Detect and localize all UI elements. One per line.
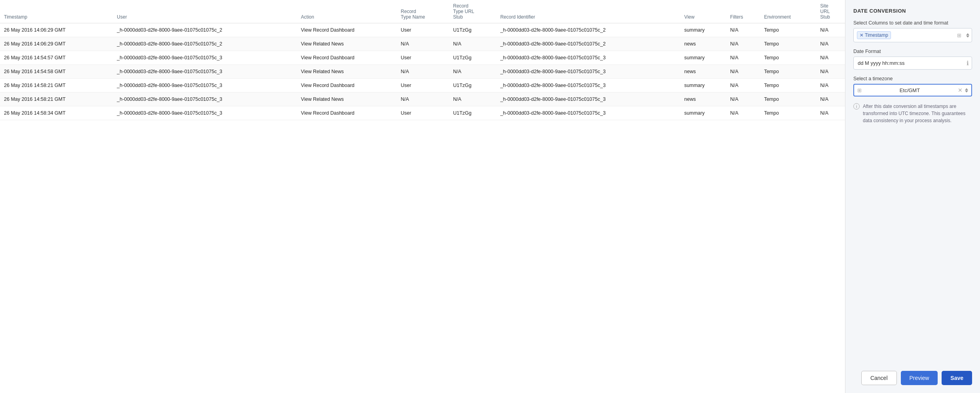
- expand-icon[interactable]: [966, 33, 969, 38]
- table-cell: View Record Dashboard: [297, 106, 397, 120]
- table-cell: _h-0000dd03-d2fe-8000-9aee-01075c01075c_…: [113, 23, 297, 37]
- table-cell: _h-0000dd03-d2fe-8000-9aee-01075c01075c_…: [496, 93, 680, 106]
- table-cell: news: [680, 93, 726, 106]
- table-cell: _h-0000dd03-d2fe-8000-9aee-01075c01075c_…: [113, 106, 297, 120]
- table-cell: summary: [680, 51, 726, 65]
- column-selector-section: Select Columns to set date and time form…: [853, 20, 972, 42]
- table-cell: N/A: [726, 79, 760, 93]
- table-cell: 26 May 2016 14:54:57 GMT: [0, 51, 113, 65]
- table-cell: N/A: [816, 93, 845, 106]
- table-cell: Tempo: [760, 79, 816, 93]
- table-cell: news: [680, 37, 726, 51]
- col-header-view: View: [680, 0, 726, 23]
- col-header-record-type-url-stub: RecordType URLStub: [449, 0, 496, 23]
- table-row: 26 May 2016 14:54:57 GMT_h-0000dd03-d2fe…: [0, 51, 845, 65]
- table-cell: N/A: [816, 37, 845, 51]
- table-cell: N/A: [726, 65, 760, 79]
- table-cell: N/A: [816, 79, 845, 93]
- table-cell: U1TzGg: [449, 106, 496, 120]
- table-cell: _h-0000dd03-d2fe-8000-9aee-01075c01075c_…: [496, 106, 680, 120]
- table-cell: User: [397, 23, 449, 37]
- table-cell: User: [397, 106, 449, 120]
- table-cell: N/A: [449, 93, 496, 106]
- column-selector[interactable]: ✕ Timestamp ⊞: [853, 28, 972, 42]
- table-cell: U1TzGg: [449, 79, 496, 93]
- table-cell: N/A: [726, 23, 760, 37]
- col-header-action: Action: [297, 0, 397, 23]
- table-cell: summary: [680, 79, 726, 93]
- col-header-timestamp: Timestamp: [0, 0, 113, 23]
- table-cell: 26 May 2016 14:58:34 GMT: [0, 106, 113, 120]
- table-cell: View Related News: [297, 93, 397, 106]
- table-row: 26 May 2016 14:58:34 GMT_h-0000dd03-d2fe…: [0, 106, 845, 120]
- table-cell: 26 May 2016 14:06:29 GMT: [0, 37, 113, 51]
- table-cell: N/A: [397, 65, 449, 79]
- table-cell: Tempo: [760, 23, 816, 37]
- table-cell: User: [397, 79, 449, 93]
- table-cell: N/A: [397, 37, 449, 51]
- info-note: i After this date conversion all timesta…: [853, 103, 972, 124]
- cancel-button[interactable]: Cancel: [861, 371, 897, 385]
- table-cell: N/A: [726, 93, 760, 106]
- table-cell: N/A: [726, 51, 760, 65]
- date-format-section: Date Format ℹ: [853, 49, 972, 70]
- table-cell: N/A: [726, 37, 760, 51]
- table-cell: 26 May 2016 14:54:58 GMT: [0, 65, 113, 79]
- timezone-grid-icon: ⊞: [857, 87, 862, 93]
- table-row: 26 May 2016 14:06:29 GMT_h-0000dd03-d2fe…: [0, 37, 845, 51]
- table-cell: N/A: [726, 106, 760, 120]
- col-header-environment: Environment: [760, 0, 816, 23]
- table-cell: _h-0000dd03-d2fe-8000-9aee-01075c01075c_…: [496, 65, 680, 79]
- table-cell: Tempo: [760, 106, 816, 120]
- table-cell: View Record Dashboard: [297, 23, 397, 37]
- table-cell: _h-0000dd03-d2fe-8000-9aee-01075c01075c_…: [113, 51, 297, 65]
- date-format-field: ℹ: [853, 57, 972, 70]
- date-format-label: Date Format: [853, 49, 972, 54]
- table-cell: 26 May 2016 14:58:21 GMT: [0, 79, 113, 93]
- table-cell: N/A: [816, 23, 845, 37]
- select-columns-label: Select Columns to set date and time form…: [853, 20, 972, 26]
- table-cell: View Record Dashboard: [297, 79, 397, 93]
- table-header-row: Timestamp User Action RecordType Name Re…: [0, 0, 845, 23]
- table-cell: _h-0000dd03-d2fe-8000-9aee-01075c01075c_…: [113, 65, 297, 79]
- date-format-input[interactable]: [853, 57, 972, 70]
- tag-close-icon[interactable]: ✕: [860, 33, 863, 38]
- table-cell: news: [680, 65, 726, 79]
- selected-column-value: Timestamp: [865, 32, 888, 38]
- date-conversion-panel: DATE CONVERSION Select Columns to set da…: [845, 0, 980, 393]
- table-cell: 26 May 2016 14:06:29 GMT: [0, 23, 113, 37]
- table-row: 26 May 2016 14:54:58 GMT_h-0000dd03-d2fe…: [0, 65, 845, 79]
- data-table: Timestamp User Action RecordType Name Re…: [0, 0, 845, 120]
- table-cell: Tempo: [760, 93, 816, 106]
- table-cell: User: [397, 51, 449, 65]
- panel-title: DATE CONVERSION: [853, 8, 972, 14]
- table-cell: N/A: [397, 93, 449, 106]
- preview-button[interactable]: Preview: [901, 371, 938, 385]
- info-note-text: After this date conversion all timestamp…: [863, 103, 972, 124]
- table-row: 26 May 2016 14:58:21 GMT_h-0000dd03-d2fe…: [0, 79, 845, 93]
- timezone-close-icon[interactable]: ✕: [958, 87, 963, 93]
- table-cell: 26 May 2016 14:58:21 GMT: [0, 93, 113, 106]
- timezone-label: Select a timezone: [853, 76, 972, 81]
- save-button[interactable]: Save: [942, 371, 972, 385]
- table-cell: View Record Dashboard: [297, 51, 397, 65]
- data-table-area[interactable]: Timestamp User Action RecordType Name Re…: [0, 0, 845, 393]
- info-icon[interactable]: ℹ: [967, 60, 969, 67]
- table-cell: _h-0000dd03-d2fe-8000-9aee-01075c01075c_…: [496, 79, 680, 93]
- col-header-record-identifier: Record Identifier: [496, 0, 680, 23]
- timezone-section: Select a timezone ⊞ Etc/GMT ✕: [853, 76, 972, 96]
- col-header-user: User: [113, 0, 297, 23]
- table-cell: summary: [680, 106, 726, 120]
- table-cell: _h-0000dd03-d2fe-8000-9aee-01075c01075c_…: [113, 37, 297, 51]
- table-cell: N/A: [449, 37, 496, 51]
- table-cell: _h-0000dd03-d2fe-8000-9aee-01075c01075c_…: [496, 37, 680, 51]
- table-row: 26 May 2016 14:06:29 GMT_h-0000dd03-d2fe…: [0, 23, 845, 37]
- col-header-record-type-name: RecordType Name: [397, 0, 449, 23]
- selected-column-tag[interactable]: ✕ Timestamp: [857, 31, 891, 39]
- table-cell: N/A: [816, 65, 845, 79]
- table-cell: View Related News: [297, 65, 397, 79]
- timezone-expand-icon[interactable]: [965, 88, 968, 93]
- timezone-selector[interactable]: ⊞ Etc/GMT ✕: [853, 84, 972, 96]
- table-cell: _h-0000dd03-d2fe-8000-9aee-01075c01075c_…: [113, 93, 297, 106]
- table-row: 26 May 2016 14:58:21 GMT_h-0000dd03-d2fe…: [0, 93, 845, 106]
